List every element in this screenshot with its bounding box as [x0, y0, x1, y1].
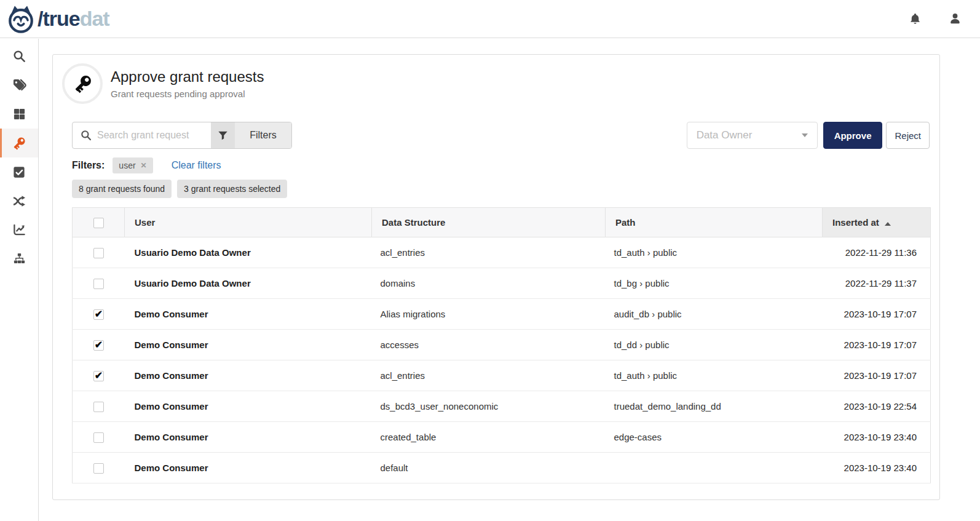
- cell-user: Demo Consumer: [125, 391, 372, 422]
- summary-badges-row: 8 grant requests found 3 grant requests …: [72, 180, 287, 198]
- cell-path: [606, 453, 823, 483]
- column-header-user[interactable]: User: [125, 208, 372, 237]
- key-icon: [73, 74, 92, 93]
- search-group: Filters: [72, 122, 292, 149]
- table-row: Usuario Demo Data Owner domains td_bg › …: [73, 268, 931, 299]
- row-checkbox[interactable]: [93, 279, 104, 289]
- checkbox-cell: [73, 391, 125, 422]
- cell-path: td_dd › public: [606, 330, 823, 360]
- cell-data-structure: accesses: [372, 330, 606, 360]
- remove-filter-icon[interactable]: [141, 162, 147, 169]
- search-input[interactable]: [97, 130, 203, 141]
- sitemap-icon: [13, 252, 26, 265]
- row-checkbox[interactable]: [93, 309, 104, 320]
- cell-data-structure: default: [372, 453, 606, 483]
- owl-logo-icon: [6, 4, 36, 34]
- table-row: Demo Consumer Alias migrations audit_db …: [73, 299, 931, 330]
- cell-data-structure: Alias migrations: [372, 299, 606, 330]
- row-checkbox[interactable]: [93, 432, 104, 443]
- truedat-logo[interactable]: /truedat: [6, 4, 109, 34]
- chevron-down-icon: [802, 133, 808, 137]
- select-all-header-cell: [73, 208, 125, 237]
- column-header-inserted-at-label: Inserted at: [832, 217, 879, 228]
- table-row: Demo Consumer default 2023-10-19 23:40: [73, 453, 931, 483]
- cell-inserted-at: 2022-11-29 11:37: [823, 268, 931, 299]
- cell-user: Demo Consumer: [125, 299, 372, 330]
- cell-user: Demo Consumer: [125, 422, 372, 453]
- found-count-badge: 8 grant requests found: [72, 180, 172, 198]
- cell-user: Demo Consumer: [125, 360, 372, 391]
- checkbox-cell: [73, 330, 125, 360]
- shuffle-icon: [12, 194, 26, 208]
- key-icon: [12, 137, 26, 150]
- row-checkbox[interactable]: [93, 340, 104, 351]
- row-checkbox[interactable]: [93, 371, 104, 381]
- column-header-path[interactable]: Path: [606, 208, 823, 237]
- page-title: Approve grant requests: [111, 68, 264, 86]
- cell-path: edge-cases: [606, 422, 823, 453]
- filter-chip-user: user: [113, 157, 152, 173]
- checkbox-cell: [73, 299, 125, 330]
- search-box: [73, 122, 211, 148]
- sidebar-item-search[interactable]: [0, 42, 38, 71]
- checkbox-cell: [73, 453, 125, 483]
- toolbar: Filters Data Owner Approve Reject: [72, 122, 930, 149]
- cell-path: audit_db › public: [606, 299, 823, 330]
- sort-ascending-icon: [885, 222, 891, 226]
- filters-button[interactable]: Filters: [235, 122, 291, 148]
- tags-icon: [12, 79, 26, 92]
- sidebar-item-quality[interactable]: [0, 215, 38, 244]
- cell-data-structure: ds_bcd3_user_noneconomic: [372, 391, 606, 422]
- active-filters-row: Filters: user Clear filters: [72, 157, 221, 174]
- sidebar-item-lineage[interactable]: [0, 186, 38, 215]
- cell-data-structure: domains: [372, 268, 606, 299]
- sidebar-item-grant-requests[interactable]: [0, 129, 38, 157]
- approve-button[interactable]: Approve: [823, 122, 883, 149]
- user-menu-button[interactable]: [947, 11, 963, 26]
- cell-data-structure: created_table: [372, 422, 606, 453]
- sidebar-item-domains[interactable]: [0, 244, 38, 273]
- top-navbar: /truedat: [0, 0, 980, 38]
- checkbox-cell: [73, 237, 125, 268]
- selected-count-badge: 3 grant requests selected: [177, 180, 287, 198]
- role-select[interactable]: Data Owner: [687, 122, 818, 149]
- cell-user: Usuario Demo Data Owner: [125, 268, 372, 299]
- table-row: Demo Consumer ds_bcd3_user_noneconomic t…: [73, 391, 931, 422]
- grant-requests-table-body: Usuario Demo Data Owner acl_entries td_a…: [73, 237, 931, 483]
- clear-filters-link[interactable]: Clear filters: [172, 160, 221, 171]
- column-header-data-structure[interactable]: Data Structure: [372, 208, 606, 237]
- reject-button[interactable]: Reject: [886, 122, 930, 149]
- notifications-button[interactable]: [907, 11, 923, 26]
- sidebar-item-rules[interactable]: [0, 157, 38, 186]
- cell-inserted-at: 2023-10-19 22:54: [823, 391, 931, 422]
- row-checkbox[interactable]: [93, 463, 104, 474]
- chart-line-icon: [13, 223, 26, 236]
- filter-funnel-button[interactable]: [211, 122, 235, 148]
- checkbox-cell: [73, 422, 125, 453]
- cell-path: td_bg › public: [606, 268, 823, 299]
- table-header: User Data Structure Path Inserted at: [73, 208, 931, 237]
- table-row: Demo Consumer acl_entries td_auth › publ…: [73, 360, 931, 391]
- cell-inserted-at: 2023-10-19 17:07: [823, 330, 931, 360]
- cell-user: Demo Consumer: [125, 453, 372, 483]
- row-checkbox[interactable]: [93, 248, 104, 258]
- sidebar-item-grid[interactable]: [0, 100, 38, 129]
- cell-path: td_auth › public: [606, 360, 823, 391]
- funnel-icon: [218, 130, 228, 141]
- table-row: Demo Consumer accesses td_dd › public 20…: [73, 330, 931, 360]
- grant-requests-card: Approve grant requests Grant requests pe…: [52, 54, 940, 500]
- select-all-checkbox[interactable]: [93, 218, 104, 228]
- logo-text-secondary: dat: [80, 7, 109, 30]
- cell-data-structure: acl_entries: [372, 237, 606, 268]
- filters-caption: Filters:: [72, 160, 105, 171]
- user-icon: [949, 12, 962, 25]
- row-checkbox[interactable]: [93, 402, 104, 412]
- page-icon-badge: [62, 63, 103, 104]
- column-header-inserted-at[interactable]: Inserted at: [823, 208, 931, 237]
- cell-user: Usuario Demo Data Owner: [125, 237, 372, 268]
- sidebar-item-tags[interactable]: [0, 71, 38, 100]
- table-row: Usuario Demo Data Owner acl_entries td_a…: [73, 237, 931, 268]
- card-header: Approve grant requests Grant requests pe…: [62, 63, 264, 104]
- main-content: Approve grant requests Grant requests pe…: [39, 39, 980, 521]
- cell-inserted-at: 2023-10-19 23:40: [823, 422, 931, 453]
